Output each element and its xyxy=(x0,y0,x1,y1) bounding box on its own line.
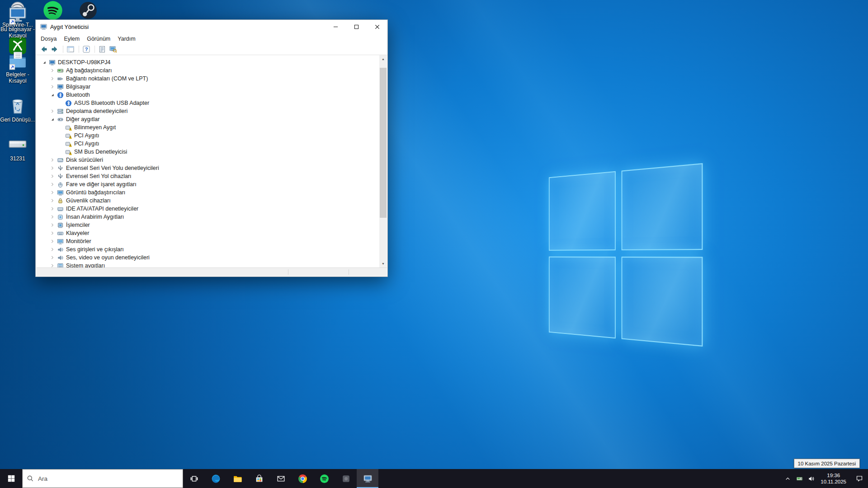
taskbar-store-button[interactable] xyxy=(248,469,270,488)
taskbar-search[interactable] xyxy=(22,469,183,488)
properties-toolbar-button[interactable] xyxy=(97,45,107,54)
tree-item-ag-bagdastiricilari[interactable]: Ağ bağdaştırıcıları xyxy=(36,66,379,75)
taskbar-explorer-button[interactable] xyxy=(226,469,248,488)
scroll-up-icon[interactable]: ▲ xyxy=(379,55,387,63)
tree-scrollbar[interactable]: ▲ ▼ xyxy=(379,55,387,267)
taskbar-edge-button[interactable] xyxy=(205,469,226,488)
tree-item-pci-aygiti[interactable]: PCI Aygıtı xyxy=(36,131,379,140)
collapsed-chevron-icon[interactable] xyxy=(48,205,57,212)
menu-eylem[interactable]: Eylem xyxy=(60,35,83,43)
start-button[interactable] xyxy=(0,469,22,488)
taskbar-chrome-button[interactable] xyxy=(292,469,313,488)
warning-icon xyxy=(65,148,72,155)
back-toolbar-button[interactable] xyxy=(39,45,49,54)
tree-item-goruntu-bagdastiricilari[interactable]: Görüntü bağdaştırıcıları xyxy=(36,188,379,197)
collapsed-chevron-icon[interactable] xyxy=(48,189,57,196)
scroll-down-icon[interactable]: ▼ xyxy=(379,260,387,267)
scan-toolbar-button[interactable] xyxy=(108,45,118,54)
tree-item-baglanti-noktalari-com-ve-lpt[interactable]: Bağlantı noktaları (COM ve LPT) xyxy=(36,75,379,83)
desktop-icon-31231[interactable]: 31231 xyxy=(0,134,35,162)
help-toolbar-button[interactable]: ? xyxy=(81,45,91,54)
tree-item-bluetooth[interactable]: Bluetooth xyxy=(36,91,379,99)
task-view-icon xyxy=(189,474,199,483)
collapsed-chevron-icon[interactable] xyxy=(48,173,57,180)
tree-item-evrensel-seri-veri-yolu-denetleyicileri[interactable]: Evrensel Seri Veri Yolu denetleyicileri xyxy=(36,164,379,172)
tree-item-sm-bus-denetleyicisi[interactable]: SM Bus Denetleyicisi xyxy=(36,148,379,156)
collapsed-chevron-icon[interactable] xyxy=(48,213,57,221)
desktop-icon-bu-bilgisayar-kisayol[interactable]: Bu bilgisayar - Kısayol xyxy=(0,5,35,39)
collapsed-chevron-icon[interactable] xyxy=(48,197,57,204)
collapsed-chevron-icon[interactable] xyxy=(48,221,57,229)
tray-network-button[interactable] xyxy=(793,469,805,488)
menu-gorunum[interactable]: Görünüm xyxy=(83,35,114,43)
collapsed-chevron-icon[interactable] xyxy=(48,67,57,74)
minimize-button[interactable] xyxy=(325,20,346,34)
tree-item-diger-aygitlar[interactable]: Diğer aygıtlar xyxy=(36,115,379,123)
documents-icon xyxy=(7,50,28,70)
status-bar xyxy=(36,267,387,276)
collapsed-chevron-icon[interactable] xyxy=(48,230,57,237)
collapsed-chevron-icon[interactable] xyxy=(48,83,57,90)
action-center-button[interactable] xyxy=(851,469,868,488)
tree-item-desktop-u98kpj4[interactable]: DESKTOP-U98KPJ4 xyxy=(36,58,379,66)
tree-item-fare-ve-diger-isaret-aygitlari[interactable]: Fare ve diğer işaret aygıtları xyxy=(36,180,379,188)
desktop-icon-label: Geri Dönüşü... xyxy=(0,117,35,123)
desktop-icon-belgeler-kisayol[interactable]: Belgeler - Kısayol xyxy=(0,50,35,84)
taskbar-app-dim-button[interactable] xyxy=(335,469,357,488)
taskbar-mail-button[interactable] xyxy=(270,469,292,488)
tree-item-guvenlik-cihazlari[interactable]: Güvenlik cihazları xyxy=(36,197,379,205)
collapsed-chevron-icon[interactable] xyxy=(48,164,57,172)
collapsed-chevron-icon[interactable] xyxy=(48,108,57,115)
tree-item-label: Disk sürücüleri xyxy=(66,157,103,163)
menu-yardim[interactable]: Yardım xyxy=(114,35,139,43)
tree-item-i-nsan-arabirim-aygitlari[interactable]: İnsan Arabirim Aygıtları xyxy=(36,213,379,221)
tree-item-label: Diğer aygıtlar xyxy=(66,116,99,122)
usb-icon xyxy=(57,173,64,180)
tree-item-bilinmeyen-aygit[interactable]: Bilinmeyen Aygıt xyxy=(36,123,379,131)
device-manager-icon xyxy=(40,23,47,31)
search-input[interactable] xyxy=(38,475,183,482)
collapsed-chevron-icon[interactable] xyxy=(48,156,57,164)
collapsed-chevron-icon[interactable] xyxy=(48,262,57,267)
tree-item-bilgisayar[interactable]: Bilgisayar xyxy=(36,83,379,91)
expanded-chevron-icon[interactable] xyxy=(40,59,48,66)
menu-dosya[interactable]: Dosya xyxy=(37,35,60,43)
spotify-icon xyxy=(42,0,63,21)
close-button[interactable] xyxy=(367,20,387,34)
scrollbar-thumb[interactable] xyxy=(380,68,387,218)
taskbar-task-view-button[interactable] xyxy=(183,469,205,488)
tree-item-ide-ata-atapi-denetleyiciler[interactable]: IDE ATA/ATAPI denetleyiciler xyxy=(36,205,379,213)
taskbar-clock[interactable]: 19:36 10.11.2025 xyxy=(817,469,851,488)
maximize-button[interactable] xyxy=(346,20,367,34)
expanded-chevron-icon[interactable] xyxy=(48,91,57,99)
collapsed-chevron-icon[interactable] xyxy=(48,246,57,253)
collapsed-chevron-icon[interactable] xyxy=(48,254,57,261)
other-icon xyxy=(57,116,64,123)
ports-icon xyxy=(57,75,64,82)
collapsed-chevron-icon[interactable] xyxy=(48,75,57,82)
tree-item-disk-suruculeri[interactable]: Disk sürücüleri xyxy=(36,156,379,164)
tray-chevron-up-button[interactable] xyxy=(782,469,793,488)
device-manager-icon xyxy=(363,474,373,483)
tree-item-evrensel-seri-yol-cihazlari[interactable]: Evrensel Seri Yol cihazları xyxy=(36,172,379,180)
tree-item-ses-video-ve-oyun-denetleyicileri[interactable]: Ses, video ve oyun denetleyicileri xyxy=(36,253,379,262)
tree-item-depolama-denetleyicileri[interactable]: Depolama denetleyicileri xyxy=(36,107,379,115)
tree-item-label: DESKTOP-U98KPJ4 xyxy=(58,59,110,66)
collapsed-chevron-icon[interactable] xyxy=(48,181,57,188)
console-tree-toolbar-button[interactable] xyxy=(66,45,75,54)
taskbar-device-manager-button[interactable] xyxy=(357,469,378,488)
expanded-chevron-icon[interactable] xyxy=(48,116,57,123)
tree-item-asus-bluetooth-usb-adapter[interactable]: ASUS Bluetooth USB Adapter xyxy=(36,99,379,107)
tree-item-pci-aygiti[interactable]: PCI Aygıtı xyxy=(36,140,379,148)
tree-item-monitorler[interactable]: Monitörler xyxy=(36,237,379,245)
desktop-icon-geri-donusu[interactable]: Geri Dönüşü... xyxy=(0,95,35,123)
tree-item-sistem-aygitlari[interactable]: Sistem aygıtları xyxy=(36,262,379,267)
tray-volume-button[interactable] xyxy=(805,469,817,488)
tree-item-klavyeler[interactable]: Klavyeler xyxy=(36,229,379,237)
forward-toolbar-button[interactable] xyxy=(50,45,60,54)
tree-item-i-slemciler[interactable]: İşlemciler xyxy=(36,221,379,229)
collapsed-chevron-icon[interactable] xyxy=(48,238,57,245)
window-titlebar[interactable]: Aygıt Yöneticisi xyxy=(36,20,387,34)
taskbar-spotify-button[interactable] xyxy=(313,469,335,488)
tree-item-ses-girisleri-ve-cikislari[interactable]: Ses girişleri ve çıkışları xyxy=(36,245,379,253)
